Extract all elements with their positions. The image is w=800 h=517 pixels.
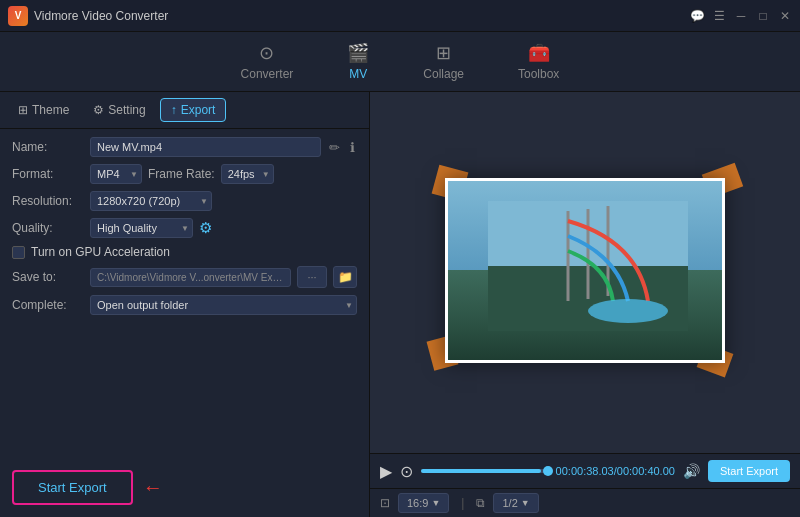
- arrow-indicator: ←: [143, 476, 163, 499]
- close-button[interactable]: ✕: [778, 9, 792, 23]
- format-row: Format: MP4 AVI MOV Frame Rate: 24fps 30…: [12, 164, 357, 184]
- tab-converter-label: Converter: [241, 67, 294, 81]
- right-panel: ▶ ⊙ 00:00:38.03/00:00:40.00 🔊 Start Expo…: [370, 92, 800, 517]
- ratio-arrow-icon: ▼: [431, 498, 440, 508]
- complete-row: Complete: Open output folder Do nothing: [12, 295, 357, 315]
- title-bar-controls: 💬 ☰ ─ □ ✕: [690, 9, 792, 23]
- tab-collage[interactable]: ⊞ Collage: [411, 36, 476, 87]
- saveto-label: Save to:: [12, 270, 84, 284]
- format-select[interactable]: MP4 AVI MOV: [90, 164, 142, 184]
- subtab-setting[interactable]: ⚙ Setting: [83, 99, 155, 121]
- preview-area: [370, 92, 800, 453]
- aspect-ratio-icon: ⊡: [380, 496, 390, 510]
- format-label: Format:: [12, 167, 84, 181]
- theme-icon: ⊞: [18, 103, 28, 117]
- title-bar: V Vidmore Video Converter 💬 ☰ ─ □ ✕: [0, 0, 800, 32]
- progress-fill: [421, 469, 541, 473]
- name-row: Name: New MV.mp4 ✏ ℹ: [12, 137, 357, 157]
- saveto-row: Save to: C:\Vidmore\Vidmore V...onverter…: [12, 266, 357, 288]
- play-button[interactable]: ▶: [380, 462, 392, 481]
- tab-collage-label: Collage: [423, 67, 464, 81]
- preview-image: [445, 178, 725, 363]
- tab-toolbox[interactable]: 🧰 Toolbox: [506, 36, 571, 87]
- complete-label: Complete:: [12, 298, 84, 312]
- tab-mv[interactable]: 🎬 MV: [335, 36, 381, 87]
- stop-button[interactable]: ⊙: [400, 462, 413, 481]
- subtab-setting-label: Setting: [108, 103, 145, 117]
- tab-mv-label: MV: [349, 67, 367, 81]
- time-total: 00:00:40.00: [617, 465, 675, 477]
- minimize-button[interactable]: ─: [734, 9, 748, 23]
- split-button[interactable]: 1/2 ▼: [493, 493, 538, 513]
- collage-icon: ⊞: [436, 42, 451, 64]
- time-current: 00:00:38.03: [556, 465, 614, 477]
- gpu-row: Turn on GPU Acceleration: [12, 245, 357, 259]
- resolution-label: Resolution:: [12, 194, 84, 208]
- title-bar-left: V Vidmore Video Converter: [8, 6, 168, 26]
- start-export-container: Start Export ←: [0, 458, 369, 517]
- gpu-label: Turn on GPU Acceleration: [31, 245, 170, 259]
- complete-select-wrapper: Open output folder Do nothing: [90, 295, 357, 315]
- export-form: Name: New MV.mp4 ✏ ℹ Format: MP4 AVI MOV…: [0, 129, 369, 458]
- export-icon: ↑: [171, 103, 177, 117]
- complete-select[interactable]: Open output folder Do nothing: [90, 295, 357, 315]
- resolution-select-wrapper: 1280x720 (720p) 1920x1080 (1080p): [90, 191, 212, 211]
- subtab-export[interactable]: ↑ Export: [160, 98, 227, 122]
- edit-name-icon[interactable]: ✏: [327, 138, 342, 157]
- app-title: Vidmore Video Converter: [34, 9, 168, 23]
- saveto-dots-button[interactable]: ···: [297, 266, 327, 288]
- info-icon[interactable]: ℹ: [348, 138, 357, 157]
- framerate-label: Frame Rate:: [148, 167, 215, 181]
- quality-select[interactable]: High Quality Medium Quality Low Quality: [90, 218, 193, 238]
- split-icon: ⧉: [476, 496, 485, 510]
- tab-converter[interactable]: ⊙ Converter: [229, 36, 306, 87]
- ratio-button[interactable]: 16:9 ▼: [398, 493, 449, 513]
- subtab-theme-label: Theme: [32, 103, 69, 117]
- menu-icon[interactable]: ☰: [712, 9, 726, 23]
- quality-label: Quality:: [12, 221, 84, 235]
- fps-select[interactable]: 24fps 30fps 60fps: [221, 164, 274, 184]
- left-panel: ⊞ Theme ⚙ Setting ↑ Export Name: New MV.…: [0, 92, 370, 517]
- subtab-theme[interactable]: ⊞ Theme: [8, 99, 79, 121]
- sub-tabs: ⊞ Theme ⚙ Setting ↑ Export: [0, 92, 369, 129]
- preview-frame: [430, 168, 740, 378]
- quality-select-wrapper: High Quality Medium Quality Low Quality: [90, 218, 193, 238]
- main-layout: ⊞ Theme ⚙ Setting ↑ Export Name: New MV.…: [0, 92, 800, 517]
- volume-icon[interactable]: 🔊: [683, 463, 700, 479]
- resolution-row: Resolution: 1280x720 (720p) 1920x1080 (1…: [12, 191, 357, 211]
- time-display: 00:00:38.03/00:00:40.00: [556, 465, 675, 477]
- message-icon[interactable]: 💬: [690, 9, 704, 23]
- app-icon: V: [8, 6, 28, 26]
- quality-gear-icon[interactable]: ⚙: [199, 219, 212, 237]
- maximize-button[interactable]: □: [756, 9, 770, 23]
- progress-dot: [543, 466, 553, 476]
- ratio-controls: ⊡ 16:9 ▼ | ⧉ 1/2 ▼: [370, 488, 800, 517]
- svg-point-5: [588, 299, 668, 323]
- separator: |: [461, 496, 464, 510]
- name-value: New MV.mp4: [90, 137, 321, 157]
- split-value: 1/2: [502, 497, 517, 509]
- resolution-select[interactable]: 1280x720 (720p) 1920x1080 (1080p): [90, 191, 212, 211]
- split-arrow-icon: ▼: [521, 498, 530, 508]
- waterslide-svg: [488, 201, 688, 331]
- progress-bar[interactable]: [421, 469, 548, 473]
- tab-toolbox-label: Toolbox: [518, 67, 559, 81]
- name-label: Name:: [12, 140, 84, 154]
- nav-tabs: ⊙ Converter 🎬 MV ⊞ Collage 🧰 Toolbox: [0, 32, 800, 92]
- gpu-checkbox[interactable]: [12, 246, 25, 259]
- fps-select-wrapper: 24fps 30fps 60fps: [221, 164, 274, 184]
- ratio-value: 16:9: [407, 497, 428, 509]
- right-export-button[interactable]: Start Export: [708, 460, 790, 482]
- playback-controls: ▶ ⊙ 00:00:38.03/00:00:40.00 🔊 Start Expo…: [370, 453, 800, 488]
- converter-icon: ⊙: [259, 42, 274, 64]
- quality-row: Quality: High Quality Medium Quality Low…: [12, 218, 357, 238]
- setting-icon: ⚙: [93, 103, 104, 117]
- saveto-path: C:\Vidmore\Vidmore V...onverter\MV Expor…: [90, 268, 291, 287]
- saveto-folder-button[interactable]: 📁: [333, 266, 357, 288]
- toolbox-icon: 🧰: [528, 42, 550, 64]
- format-select-wrapper: MP4 AVI MOV: [90, 164, 142, 184]
- start-export-button[interactable]: Start Export: [12, 470, 133, 505]
- mv-icon: 🎬: [347, 42, 369, 64]
- subtab-export-label: Export: [181, 103, 216, 117]
